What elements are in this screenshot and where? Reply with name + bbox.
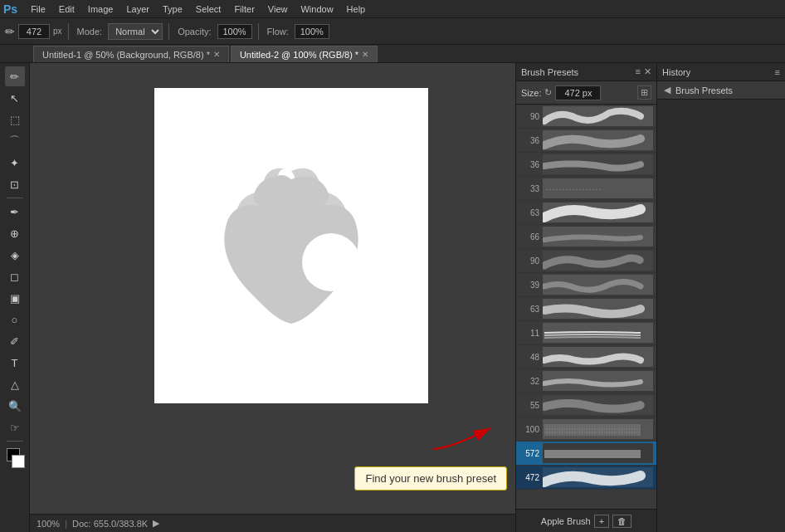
brush-preview-5 — [543, 227, 653, 246]
brush-item-11[interactable]: 32 — [516, 369, 656, 393]
tab-untitled1-close[interactable]: ✕ — [213, 50, 220, 59]
tool-separator-2 — [7, 441, 23, 442]
brush-size-unit: px — [53, 27, 62, 36]
brush-item-10[interactable]: 48 — [516, 345, 656, 369]
flow-input[interactable] — [295, 24, 329, 39]
app-logo: Ps — [3, 2, 17, 16]
tool-stamp[interactable]: ◈ — [5, 245, 25, 265]
brush-size-input[interactable] — [18, 24, 50, 39]
menu-window[interactable]: Window — [294, 2, 339, 16]
brush-preview-0 — [543, 106, 653, 126]
tool-brush[interactable]: ✏ — [5, 66, 25, 86]
brush-item-13[interactable]: 100 — [516, 417, 656, 442]
tab-untitled2[interactable]: Untitled-2 @ 100% (RGB/8) * ✕ — [231, 46, 378, 62]
brush-preview-6 — [543, 251, 653, 271]
callout-box: Find your new brush preset — [354, 466, 507, 491]
brush-panel-menu[interactable]: ≡ — [636, 66, 641, 77]
status-separator: | — [65, 519, 67, 529]
menu-file[interactable]: File — [24, 2, 52, 16]
tool-lasso[interactable]: ⌒ — [5, 131, 25, 151]
canvas-area[interactable]: Find your new brush preset 100% | Doc: 6… — [30, 63, 515, 532]
brush-preview-15 — [543, 467, 653, 487]
tool-move[interactable]: ↖ — [5, 88, 25, 108]
tool-eyedropper[interactable]: ✒ — [5, 202, 25, 222]
new-brush-button[interactable]: + — [594, 515, 609, 528]
tab-untitled1[interactable]: Untitled-1 @ 50% (Background, RGB/8) * ✕ — [33, 46, 229, 62]
brush-item-0[interactable]: 90 — [516, 105, 656, 129]
status-arrow[interactable]: ▶ — [153, 518, 159, 529]
brush-item-3[interactable]: 33 · · · · · · · · · · · · · · · · · — [516, 177, 656, 201]
brush-num-4: 63 — [519, 208, 543, 217]
tool-dodge[interactable]: ○ — [5, 310, 25, 329]
svg-text:· · · · · · · · · · · · · · · : · · · · · · · · · · · · · · · · · — [546, 186, 601, 193]
background-color[interactable] — [12, 455, 25, 468]
history-icon: ◀ — [664, 85, 670, 95]
brush-num-5: 66 — [519, 232, 543, 242]
brush-item-6[interactable]: 90 — [516, 249, 656, 273]
menu-type[interactable]: Type — [156, 2, 189, 16]
tool-crop[interactable]: ⊡ — [5, 174, 25, 194]
opacity-input[interactable] — [217, 24, 252, 39]
svg-rect-3 — [544, 424, 641, 436]
tool-magic-wand[interactable]: ✦ — [5, 153, 25, 173]
brush-presets-panel: Brush Presets ≡ ✕ Size: ↻ ⊞ 90 36 — [515, 63, 656, 532]
brush-num-3: 33 — [519, 184, 543, 193]
brush-preview-1 — [543, 130, 653, 150]
brush-item-15[interactable]: 472 — [516, 466, 656, 490]
brush-num-12: 55 — [519, 401, 543, 410]
brush-preview-10 — [543, 347, 653, 367]
brush-size-value-input[interactable] — [555, 85, 601, 100]
brush-item-4[interactable]: 63 — [516, 201, 656, 225]
tool-shape[interactable]: △ — [5, 374, 25, 394]
brush-num-15: 472 — [519, 473, 543, 482]
menu-image[interactable]: Image — [81, 2, 120, 16]
brush-num-10: 48 — [519, 353, 543, 362]
menu-select[interactable]: Select — [189, 2, 228, 16]
brush-item-1[interactable]: 36 — [516, 129, 656, 153]
history-panel-expand[interactable]: ≡ — [775, 67, 780, 77]
mode-label: Mode: — [77, 27, 103, 37]
brush-num-0: 90 — [519, 112, 543, 121]
brush-num-11: 32 — [519, 377, 543, 386]
canvas-document — [154, 88, 428, 403]
zoom-level: 100% — [37, 519, 60, 529]
tool-marquee[interactable]: ⬚ — [5, 110, 25, 129]
refresh-icon[interactable]: ↻ — [544, 87, 552, 98]
menu-view[interactable]: View — [261, 2, 295, 16]
delete-brush-button[interactable]: 🗑 — [612, 515, 631, 528]
main-area: ✏ ↖ ⬚ ⌒ ✦ ⊡ ✒ ⊕ ◈ ◻ ▣ ○ ✐ T △ 🔍 ☞ — [0, 63, 785, 532]
arrow-indicator — [424, 416, 515, 459]
brush-item-8[interactable]: 63 — [516, 297, 656, 321]
brush-item-14[interactable]: 572 — [516, 442, 656, 466]
menu-help[interactable]: Help — [340, 2, 373, 16]
brush-tool-icon: ✏ — [5, 25, 15, 38]
tool-eraser[interactable]: ◻ — [5, 266, 25, 286]
history-panel-header: History ≡ — [657, 63, 785, 81]
tool-pen[interactable]: ✐ — [5, 331, 25, 351]
brush-size-row: Size: ↻ ⊞ — [516, 81, 656, 105]
history-panel: History ≡ ◀ Brush Presets — [656, 63, 785, 532]
brush-item-7[interactable]: 39 — [516, 273, 656, 297]
tool-gradient[interactable]: ▣ — [5, 288, 25, 308]
size-label: Size: — [521, 88, 541, 98]
menu-layer[interactable]: Layer — [119, 2, 156, 16]
callout-text: Find your new brush preset — [365, 472, 496, 485]
brush-item-5[interactable]: 66 — [516, 225, 656, 249]
brush-thumbnail-icon[interactable]: ⊞ — [637, 85, 651, 100]
menu-filter[interactable]: Filter — [227, 2, 261, 16]
brush-item-2[interactable]: 36 — [516, 153, 656, 177]
brush-item-12[interactable]: 55 — [516, 393, 656, 417]
tab-untitled2-close[interactable]: ✕ — [362, 50, 368, 59]
brush-list[interactable]: 90 36 36 33 · · · · · · · · — [516, 105, 656, 509]
tool-text[interactable]: T — [5, 353, 25, 373]
tool-zoom[interactable]: 🔍 — [5, 396, 25, 416]
brush-item-9[interactable]: 11 — [516, 321, 656, 345]
history-item[interactable]: ◀ Brush Presets — [657, 81, 785, 100]
brush-panel-close[interactable]: ✕ — [644, 66, 651, 77]
mode-select[interactable]: Normal — [108, 23, 163, 40]
history-panel-title: History — [662, 67, 690, 77]
tool-heal[interactable]: ⊕ — [5, 223, 25, 243]
menu-edit[interactable]: Edit — [52, 2, 81, 16]
apple-brush-label: Apple Brush — [541, 516, 591, 526]
tool-hand[interactable]: ☞ — [5, 417, 25, 437]
